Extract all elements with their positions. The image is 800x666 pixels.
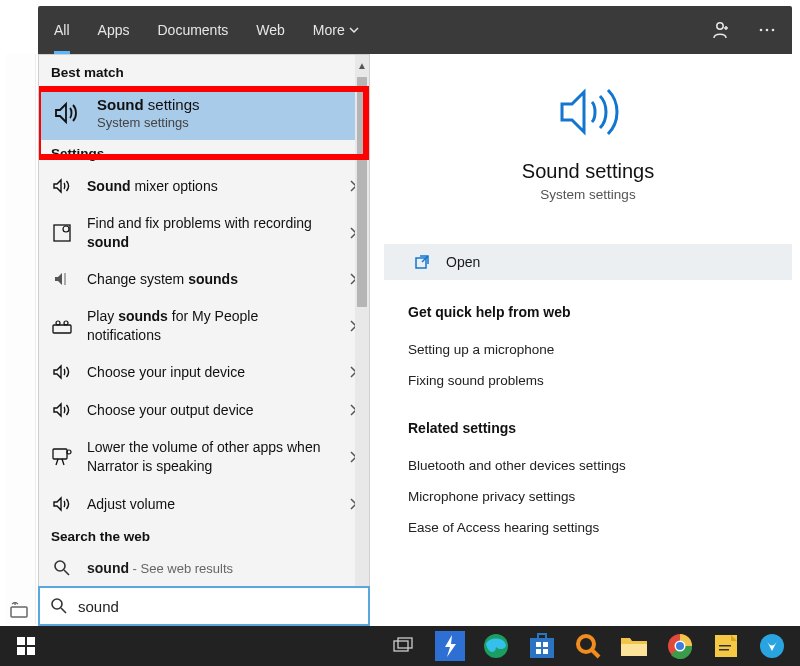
open-button[interactable]: Open [384, 244, 792, 280]
search-box[interactable] [38, 586, 370, 626]
taskbar-app-chrome[interactable] [658, 626, 702, 666]
related-link-mic-privacy[interactable]: Microphone privacy settings [408, 481, 768, 512]
svg-rect-27 [536, 649, 541, 654]
web-search-item[interactable]: sound - See web results [39, 550, 369, 586]
speaker-icon [51, 176, 73, 196]
header-right [712, 20, 776, 40]
speaker-large-icon [552, 82, 624, 142]
taskbar-app-blue[interactable] [750, 626, 794, 666]
svg-rect-26 [543, 642, 548, 647]
taskbar-app-store[interactable] [520, 626, 564, 666]
svg-rect-25 [536, 642, 541, 647]
svg-rect-20 [394, 641, 408, 651]
speaker-icon [51, 494, 73, 514]
item-rest: Choose your input device [87, 364, 245, 380]
scroll-up-icon[interactable]: ▲ [355, 57, 369, 73]
item-pre: Change system [87, 271, 188, 287]
preview-subtitle: System settings [384, 187, 792, 202]
svg-rect-28 [543, 649, 548, 654]
speaker-icon [51, 362, 73, 382]
quick-help-link-mic[interactable]: Setting up a microphone [408, 334, 768, 365]
preview-title: Sound settings [384, 160, 792, 183]
section-settings: Settings [39, 140, 369, 167]
svg-point-2 [760, 29, 763, 32]
item-rest: Lower the volume of other apps when Narr… [87, 439, 320, 474]
more-options-icon[interactable] [758, 21, 776, 39]
best-match-bold: Sound [97, 96, 144, 113]
results-scrollbar[interactable]: ▲ ▼ [355, 55, 369, 623]
item-bold: sound [87, 234, 129, 250]
svg-point-3 [766, 29, 769, 32]
best-match-subtitle: System settings [97, 115, 200, 130]
speaker-solid-icon [51, 270, 73, 288]
chevron-down-icon [349, 25, 359, 35]
results-panel: Best match Sound settings System setting… [38, 54, 370, 624]
settings-item-mixer[interactable]: Sound mixer options [39, 167, 369, 205]
svg-point-15 [52, 599, 62, 609]
search-icon [50, 597, 68, 615]
svg-point-13 [55, 561, 65, 571]
tab-more[interactable]: More [313, 6, 359, 54]
svg-rect-24 [530, 638, 554, 658]
svg-rect-5 [54, 225, 70, 241]
settings-item-adjust-volume[interactable]: Adjust volume [39, 485, 369, 523]
tab-more-label: More [313, 22, 345, 38]
settings-item-output-device[interactable]: Choose your output device [39, 391, 369, 429]
section-best-match: Best match [39, 55, 369, 86]
best-match-item[interactable]: Sound settings System settings [39, 86, 369, 140]
settings-item-narrator-volume[interactable]: Lower the volume of other apps when Narr… [39, 429, 369, 485]
account-icon[interactable] [712, 20, 732, 40]
item-rest: Adjust volume [87, 496, 175, 512]
search-header: All Apps Documents Web More [38, 6, 792, 54]
taskbar-app-notes[interactable] [704, 626, 748, 666]
task-view-button[interactable] [382, 626, 426, 666]
svg-point-6 [63, 226, 69, 232]
taskbar [0, 626, 800, 666]
svg-rect-11 [53, 449, 67, 459]
settings-item-input-device[interactable]: Choose your input device [39, 353, 369, 391]
item-pre: Find and fix problems with recording [87, 215, 312, 231]
search-icon [51, 559, 73, 577]
svg-rect-8 [53, 325, 71, 333]
preview-pane: Sound settings System settings Open Get … [384, 54, 792, 624]
quick-help-link-sound[interactable]: Fixing sound problems [408, 365, 768, 396]
item-bold: sounds [188, 271, 238, 287]
input-icon [10, 602, 32, 620]
settings-item-my-people[interactable]: Play sounds for My People notifications [39, 298, 369, 354]
related-link-bluetooth[interactable]: Bluetooth and other devices settings [408, 450, 768, 481]
related-link-ease-hearing[interactable]: Ease of Access hearing settings [408, 512, 768, 543]
svg-rect-21 [398, 638, 412, 648]
svg-rect-30 [621, 644, 647, 656]
taskbar-app-magnify[interactable] [566, 626, 610, 666]
item-rest: mixer options [131, 178, 218, 194]
quick-help-heading: Get quick help from web [408, 304, 768, 320]
svg-rect-18 [17, 647, 25, 655]
settings-item-system-sounds[interactable]: Change system sounds [39, 261, 369, 298]
svg-point-29 [578, 636, 594, 652]
open-icon [414, 254, 430, 270]
tab-web[interactable]: Web [256, 6, 285, 54]
search-input[interactable] [78, 598, 358, 615]
left-window-edge [6, 54, 36, 624]
taskbar-app-edge[interactable] [474, 626, 518, 666]
svg-point-12 [67, 450, 71, 454]
tab-apps[interactable]: Apps [98, 6, 130, 54]
svg-point-4 [772, 29, 775, 32]
taskbar-app-bolt[interactable] [428, 626, 472, 666]
svg-rect-7 [64, 273, 66, 285]
troubleshoot-icon [51, 224, 73, 242]
web-suffix: - See web results [129, 561, 233, 576]
related-heading: Related settings [408, 420, 768, 436]
item-rest: Choose your output device [87, 402, 254, 418]
start-button[interactable] [4, 626, 48, 666]
best-match-rest: settings [144, 96, 200, 113]
people-icon [51, 318, 73, 334]
scroll-thumb[interactable] [357, 77, 367, 307]
settings-item-troubleshoot[interactable]: Find and fix problems with recording sou… [39, 205, 369, 261]
taskbar-app-file-explorer[interactable] [612, 626, 656, 666]
tab-documents[interactable]: Documents [157, 6, 228, 54]
speaker-icon [51, 400, 73, 420]
svg-rect-35 [719, 645, 731, 647]
svg-point-33 [676, 642, 684, 650]
tab-all[interactable]: All [54, 6, 70, 54]
